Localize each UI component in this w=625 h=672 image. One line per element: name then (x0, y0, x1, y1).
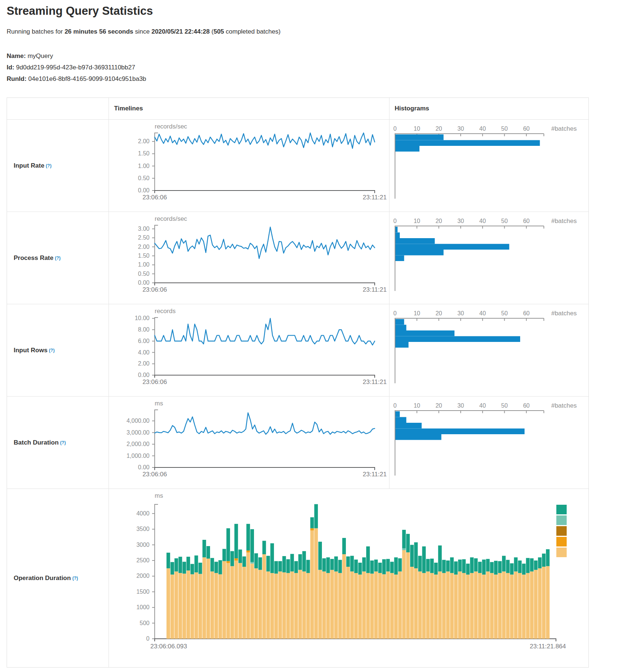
query-name-value: myQuery (28, 52, 53, 59)
svg-text:4000: 4000 (136, 510, 150, 517)
svg-text:records: records (155, 308, 176, 315)
svg-text:50: 50 (501, 402, 508, 409)
input-rows-histogram-chart: 0102030405060#batches (389, 304, 588, 396)
svg-text:23:11:21: 23:11:21 (363, 471, 387, 478)
legend-swatch (556, 515, 567, 525)
svg-text:23:06:06: 23:06:06 (142, 286, 167, 293)
svg-text:3000: 3000 (136, 542, 150, 548)
help-icon[interactable]: (?) (55, 256, 61, 261)
svg-text:2500: 2500 (136, 557, 150, 563)
svg-text:ms: ms (155, 492, 163, 499)
svg-text:60: 60 (523, 218, 530, 224)
row-label-process-rate: Process Rate(?) (7, 212, 109, 304)
svg-text:0.00: 0.00 (138, 372, 150, 378)
svg-text:1.00: 1.00 (138, 163, 150, 169)
row-label-input-rate: Input Rate(?) (7, 119, 109, 212)
svg-text:0.00: 0.00 (138, 280, 150, 286)
svg-text:#batches: #batches (551, 125, 577, 132)
svg-text:0: 0 (394, 126, 397, 132)
input-rate-timeline-chart: records/sec0.000.501.001.502.0023:06:062… (109, 119, 389, 212)
svg-text:10: 10 (413, 126, 420, 132)
svg-text:40: 40 (479, 218, 486, 224)
timelines-header-label: Timelines (114, 105, 143, 112)
svg-text:2,000.00: 2,000.00 (127, 441, 150, 447)
column-header-timelines: Timelines (109, 98, 389, 119)
input-rate-histogram-chart: 0102030405060#batches (389, 119, 588, 212)
help-icon[interactable]: (?) (72, 576, 78, 581)
svg-text:6.00: 6.00 (138, 338, 150, 344)
svg-text:20: 20 (436, 402, 442, 409)
svg-text:2.50: 2.50 (138, 234, 150, 241)
svg-text:40: 40 (479, 402, 486, 409)
svg-text:23:06:06: 23:06:06 (142, 378, 167, 385)
svg-text:30: 30 (457, 218, 464, 224)
summary-mid: since (133, 28, 151, 35)
query-name-label: Name: (7, 52, 26, 59)
query-runid-row: RunId: 04e101e6-8bf8-4165-9099-9104c951b… (7, 73, 146, 85)
help-icon[interactable]: (?) (46, 163, 51, 168)
svg-text:30: 30 (457, 126, 464, 132)
svg-text:4.00: 4.00 (138, 349, 150, 356)
svg-text:30: 30 (457, 310, 464, 316)
svg-text:#batches: #batches (551, 217, 577, 224)
svg-text:1500: 1500 (136, 589, 150, 595)
svg-text:2.00: 2.00 (138, 244, 150, 250)
query-id-label: Id: (7, 64, 14, 71)
input-rows-label: Input Rows (14, 347, 48, 354)
query-name-row: Name: myQuery (7, 50, 146, 62)
input-rate-label: Input Rate (14, 162, 44, 169)
operation-duration-label: Operation Duration (14, 575, 71, 582)
legend-swatch (556, 537, 567, 546)
svg-text:8.00: 8.00 (138, 326, 150, 333)
process-rate-timeline-chart: records/sec0.000.501.001.502.002.503.002… (109, 212, 389, 304)
svg-text:20: 20 (436, 310, 442, 316)
svg-text:23:06:06.093: 23:06:06.093 (150, 643, 187, 650)
batch-duration-label: Batch Duration (14, 439, 59, 446)
svg-text:10: 10 (413, 310, 420, 316)
query-info-block: Name: myQuery Id: 9d0dd219-995d-423e-b97… (7, 50, 146, 85)
running-batches-summary: Running batches for 26 minutes 56 second… (7, 28, 281, 35)
query-runid-value: 04e101e6-8bf8-4165-9099-9104c951ba3b (28, 75, 147, 82)
help-icon[interactable]: (?) (60, 440, 66, 445)
svg-text:23:06:06: 23:06:06 (142, 194, 167, 201)
start-timestamp: 2020/05/21 22:44:28 (151, 28, 210, 35)
query-id-value: 9d0dd219-995d-423e-b97d-36931110bb27 (16, 64, 135, 71)
help-icon[interactable]: (?) (49, 348, 55, 353)
svg-text:0.50: 0.50 (138, 271, 150, 277)
svg-text:500: 500 (140, 620, 150, 626)
svg-text:50: 50 (501, 126, 508, 132)
svg-text:1.50: 1.50 (138, 150, 150, 157)
svg-text:3,000.00: 3,000.00 (127, 429, 150, 436)
running-duration: 26 minutes 56 seconds (65, 28, 133, 35)
svg-text:20: 20 (436, 218, 442, 224)
query-id-row: Id: 9d0dd219-995d-423e-b97d-36931110bb27 (7, 62, 146, 73)
svg-text:0.00: 0.00 (138, 187, 150, 193)
summary-suffix: completed batches) (224, 28, 281, 35)
input-rows-timeline-chart: records0.002.004.006.008.0010.0023:06:06… (109, 304, 389, 396)
legend-swatch (556, 526, 567, 536)
svg-text:60: 60 (523, 402, 530, 409)
svg-text:10.00: 10.00 (135, 315, 150, 321)
svg-text:23:06:06: 23:06:06 (142, 471, 167, 478)
process-rate-histogram-chart: 0102030405060#batches (389, 212, 588, 304)
svg-text:3500: 3500 (136, 526, 150, 532)
svg-text:#batches: #batches (551, 310, 577, 317)
svg-text:2000: 2000 (136, 573, 150, 579)
histograms-header-label: Histograms (395, 105, 429, 112)
row-label-batch-duration: Batch Duration(?) (7, 396, 109, 488)
svg-text:0: 0 (146, 635, 150, 642)
summary-prefix: Running batches for (7, 28, 65, 35)
paren-open: ( (210, 28, 213, 35)
svg-text:0: 0 (394, 218, 397, 224)
row-label-input-rows: Input Rows(?) (7, 304, 109, 396)
svg-text:records/sec: records/sec (155, 215, 187, 222)
svg-text:23:11:21: 23:11:21 (363, 378, 387, 385)
process-rate-label: Process Rate (14, 254, 54, 262)
svg-text:40: 40 (479, 126, 486, 132)
svg-text:2.00: 2.00 (138, 138, 150, 144)
svg-text:0.50: 0.50 (138, 175, 150, 181)
svg-text:0: 0 (394, 310, 397, 316)
svg-text:23:11:21: 23:11:21 (363, 286, 387, 293)
svg-text:10: 10 (413, 402, 420, 409)
query-runid-label: RunId: (7, 75, 27, 82)
